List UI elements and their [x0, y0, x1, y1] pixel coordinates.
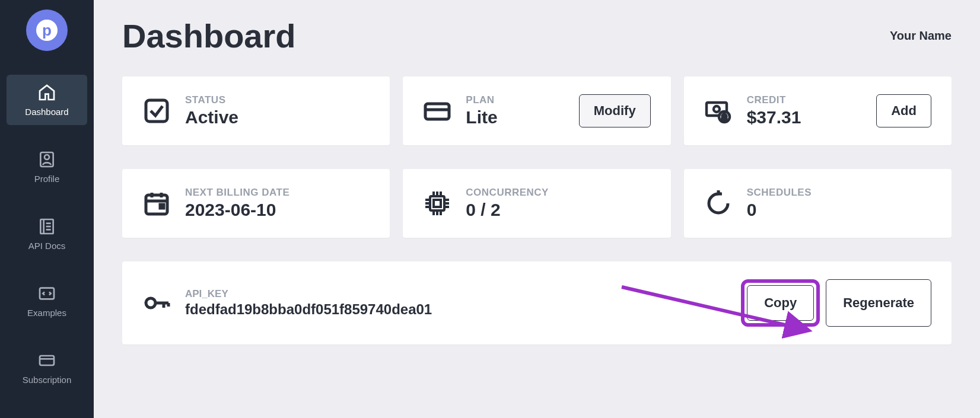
add-button[interactable]: Add: [876, 94, 931, 127]
header: Dashboard Your Name: [122, 17, 952, 55]
check-icon: [142, 97, 171, 125]
sidebar-item-apidocs[interactable]: API Docs: [7, 209, 87, 259]
svg-rect-10: [146, 100, 167, 122]
username-link[interactable]: Your Name: [890, 29, 952, 43]
sidebar-item-label: Dashboard: [25, 107, 68, 117]
sidebar-item-label: API Docs: [28, 241, 66, 251]
card-icon: [37, 351, 56, 370]
apikey-label: API_KEY: [185, 288, 741, 300]
cards-row-1: STATUS Active PLAN Lite Modify $: [122, 76, 952, 145]
profile-icon: [37, 150, 56, 169]
sidebar-item-subscription[interactable]: Subscription: [7, 343, 87, 393]
svg-rect-22: [430, 196, 444, 210]
refresh-icon: [704, 189, 733, 218]
page-title: Dashboard: [122, 17, 296, 55]
plan-label: PLAN: [466, 94, 578, 106]
modify-button[interactable]: Modify: [579, 94, 651, 127]
concurrency-value: 0 / 2: [466, 200, 650, 220]
schedules-label: SCHEDULES: [747, 187, 931, 199]
concurrency-label: CONCURRENCY: [466, 187, 650, 199]
svg-rect-11: [425, 104, 449, 119]
sidebar-item-label: Examples: [27, 308, 66, 318]
credit-value: $37.31: [747, 107, 877, 127]
svg-point-36: [146, 298, 155, 308]
svg-rect-8: [40, 356, 54, 365]
sidebar-item-label: Profile: [34, 174, 60, 184]
svg-rect-21: [160, 205, 164, 208]
schedules-card: SCHEDULES 0: [684, 169, 952, 238]
cpu-icon: [423, 189, 451, 218]
key-icon: [142, 289, 171, 317]
plan-value: Lite: [466, 107, 578, 127]
main-content: Dashboard Your Name STATUS Active PLAN L…: [94, 0, 980, 418]
concurrency-card: CONCURRENCY 0 / 2: [403, 169, 670, 238]
credit-label: CREDIT: [747, 94, 877, 106]
billing-label: NEXT BILLING DATE: [185, 187, 370, 199]
logo-letter: p: [36, 20, 58, 41]
credit-card: $ CREDIT $37.31 Add: [684, 76, 952, 145]
sidebar-item-profile[interactable]: Profile: [7, 142, 87, 192]
svg-point-14: [714, 106, 720, 112]
apikey-card: API_KEY fdedfad19b8bba0df051f859740dea01…: [122, 261, 952, 344]
sidebar: p Dashboard Profile API Docs Exa: [0, 0, 94, 418]
status-value: Active: [185, 107, 370, 127]
status-card: STATUS Active: [122, 76, 390, 145]
calendar-icon: [142, 189, 171, 218]
svg-point-1: [44, 155, 49, 159]
billing-card: NEXT BILLING DATE 2023-06-10: [122, 169, 390, 238]
sidebar-item-examples[interactable]: Examples: [7, 276, 87, 326]
sidebar-item-label: Subscription: [23, 375, 72, 385]
status-label: STATUS: [185, 94, 370, 106]
logo: p: [26, 9, 68, 51]
regenerate-button[interactable]: Regenerate: [826, 279, 931, 327]
apikey-value: fdedfad19b8bba0df051f859740dea01: [185, 301, 741, 318]
creditcard-icon: [423, 97, 451, 125]
home-icon: [37, 83, 56, 102]
docs-icon: [37, 217, 56, 236]
sidebar-item-dashboard[interactable]: Dashboard: [7, 75, 87, 125]
copy-button[interactable]: Copy: [747, 285, 814, 321]
svg-text:$: $: [722, 113, 727, 122]
schedules-value: 0: [747, 200, 931, 220]
money-icon: $: [704, 97, 733, 125]
billing-value: 2023-06-10: [185, 200, 370, 220]
plan-card: PLAN Lite Modify: [403, 76, 670, 145]
code-icon: [37, 284, 56, 303]
svg-rect-23: [434, 200, 441, 207]
cards-row-2: NEXT BILLING DATE 2023-06-10 CONCURRENCY…: [122, 169, 952, 238]
copy-highlight: Copy: [741, 279, 820, 327]
